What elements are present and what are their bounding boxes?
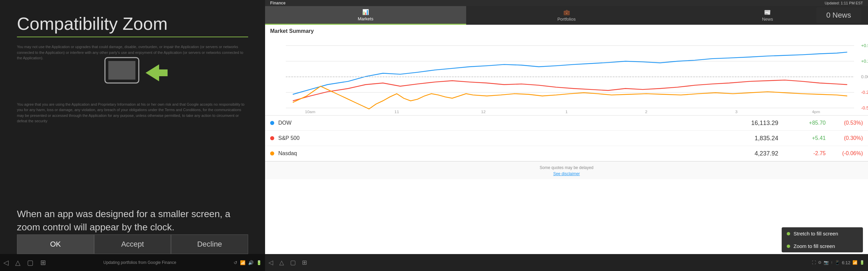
tabs-bar: 📊 Markets 💼 Portfolios 📰 News	[265, 6, 868, 25]
screenshot-icon: 📷	[824, 260, 829, 265]
svg-text:1: 1	[565, 109, 568, 114]
sp500-price: 1,835.24	[724, 135, 778, 142]
volume-icon: 🔊	[248, 260, 254, 265]
compatibility-zoom-title: Compatibility Zoom	[17, 14, 248, 34]
footer-text: Some quotes may be delayed	[540, 165, 593, 170]
fullscreen-icon: ⛶	[812, 260, 816, 265]
apps-icon[interactable]: ▢	[27, 258, 34, 267]
stretch-dot	[787, 232, 790, 235]
dow-price: 16,113.29	[724, 120, 778, 127]
svg-text:-0.27%: -0.27%	[861, 90, 868, 95]
markets-label: Markets	[358, 16, 373, 21]
wifi-icon: 📶	[240, 260, 245, 265]
sp500-dot	[270, 136, 274, 140]
chart-wrapper: 10am 11 12 1 2 3 4pm +0.54% +0.27% 0.00%…	[265, 36, 868, 115]
updating-status: Updating portfolios from Google Finance	[103, 260, 176, 265]
dow-name: DOW	[278, 120, 319, 126]
news-icon: 📰	[764, 9, 771, 16]
tab-markets[interactable]: 📊 Markets	[265, 6, 466, 25]
battery-right: 🔋	[860, 260, 865, 265]
sp500-name: S&P 500	[278, 135, 319, 141]
table-row: Nasdaq 4,237.92 -2.75 (-0.06%)	[265, 146, 868, 161]
table-row: S&P 500 1,835.24 +5.41 (0.30%)	[265, 131, 868, 146]
svg-text:0.00%: 0.00%	[861, 74, 868, 79]
share-icon: ↑	[831, 260, 833, 265]
zoom-dot	[787, 245, 790, 248]
nasdaq-name: Nasdaq	[278, 150, 319, 157]
phone-icon: 📱	[835, 260, 840, 265]
svg-text:-0.54%: -0.54%	[861, 105, 868, 110]
svg-marker-2	[146, 64, 168, 81]
dow-change: +85.70	[785, 120, 826, 126]
sp500-change: +5.41	[785, 135, 826, 141]
news-badge: 0 News	[816, 7, 861, 23]
markets-icon: 📊	[362, 9, 369, 15]
svg-text:+0.27%: +0.27%	[861, 59, 868, 63]
svg-text:11: 11	[394, 109, 399, 114]
ok-button[interactable]: OK	[17, 234, 94, 254]
svg-text:+0.54%: +0.54%	[861, 43, 868, 48]
back-icon-right[interactable]: ◁	[268, 259, 273, 266]
zoom-to-screen-item[interactable]: Zoom to fill screen	[782, 240, 863, 252]
left-panel: Compatibility Zoom You may not use the A…	[0, 0, 265, 271]
back-icon[interactable]: ◁	[3, 258, 8, 267]
svg-rect-1	[108, 61, 135, 80]
apps-icon-right[interactable]: ⊞	[302, 259, 307, 266]
bottom-nav-right: ◁ △ ▢ ⊞	[268, 259, 307, 266]
home-icon-right[interactable]: △	[279, 259, 284, 266]
market-chart: 10am 11 12 1 2 3 4pm +0.54% +0.27% 0.00%…	[265, 36, 868, 114]
stretch-to-screen-item[interactable]: Stretch to fill screen	[782, 227, 863, 240]
status-bar-right: ⛶ ⚙ 📷 ↑ 📱 6:12 📶 🔋	[812, 260, 865, 265]
svg-text:12: 12	[481, 109, 486, 114]
context-menu: Stretch to fill screen Zoom to fill scre…	[782, 227, 863, 252]
tab-portfolios[interactable]: 💼 Portfolios	[466, 6, 667, 25]
stretch-label: Stretch to fill screen	[794, 231, 838, 236]
home-icon[interactable]: △	[15, 258, 20, 267]
title-underline	[17, 37, 248, 37]
nasdaq-change: -2.75	[785, 150, 826, 157]
zoom-label: Zoom to fill screen	[794, 243, 835, 249]
svg-text:3: 3	[735, 109, 738, 114]
stock-table: DOW 16,113.29 +85.70 (0.53%) S&P 500 1,8…	[265, 115, 868, 161]
market-summary-header: Market Summary	[265, 25, 868, 36]
settings-icon: ⚙	[818, 260, 822, 265]
footer-area: Some quotes may be delayed See disclaime…	[265, 161, 868, 179]
table-row: DOW 16,113.29 +85.70 (0.53%)	[265, 116, 868, 131]
grid-icon[interactable]: ⊞	[40, 258, 46, 267]
sp500-pct: (0.30%)	[829, 135, 863, 141]
small-text-2: You agree that you are using the Applica…	[17, 102, 248, 124]
nasdaq-dot	[270, 151, 274, 155]
right-panel: Finance Updated: 1:11 PM EST 📊 Markets 💼…	[265, 0, 868, 271]
news-label: News	[762, 17, 773, 22]
portfolios-label: Portfolios	[557, 17, 576, 22]
nav-icons-left: ◁ △ ▢ ⊞	[3, 258, 46, 267]
refresh-icon: ↺	[234, 260, 237, 265]
bottom-bar-right: ◁ △ ▢ ⊞ ⛶ ⚙ 📷 ↑ 📱 6:12 📶 🔋	[265, 254, 868, 271]
main-content: Market Summary 10am 11 12 1 2 3 4pm +0.5…	[265, 25, 868, 254]
decline-button[interactable]: Decline	[171, 234, 248, 254]
svg-text:4pm: 4pm	[812, 109, 820, 114]
disclaimer-link[interactable]: See disclaimer	[553, 171, 580, 176]
dow-pct: (0.53%)	[829, 120, 863, 126]
description-text: When an app was designed for a smaller s…	[17, 207, 248, 234]
clock: 6:12	[842, 260, 850, 265]
battery-icon: 🔋	[256, 260, 262, 265]
status-icons-left: ↺ 📶 🔊 🔋	[234, 260, 262, 265]
wifi-right: 📶	[852, 260, 858, 265]
portfolios-icon: 💼	[563, 9, 570, 16]
action-buttons: OK Accept Decline	[0, 234, 265, 254]
zoom-icon-illustration	[102, 54, 169, 98]
dow-dot	[270, 121, 274, 125]
nasdaq-price: 4,237.92	[724, 150, 778, 157]
top-bar: Finance Updated: 1:11 PM EST	[265, 0, 868, 6]
bottom-bar-left: ◁ △ ▢ ⊞ Updating portfolios from Google …	[0, 254, 265, 271]
accept-button[interactable]: Accept	[94, 234, 171, 254]
svg-text:2: 2	[645, 109, 648, 114]
update-time: Updated: 1:11 PM EST	[825, 1, 863, 5]
svg-text:10am: 10am	[305, 109, 316, 114]
app-title: Finance	[270, 1, 285, 5]
recent-icon-right[interactable]: ▢	[290, 259, 296, 266]
nasdaq-pct: (-0.06%)	[829, 150, 863, 157]
